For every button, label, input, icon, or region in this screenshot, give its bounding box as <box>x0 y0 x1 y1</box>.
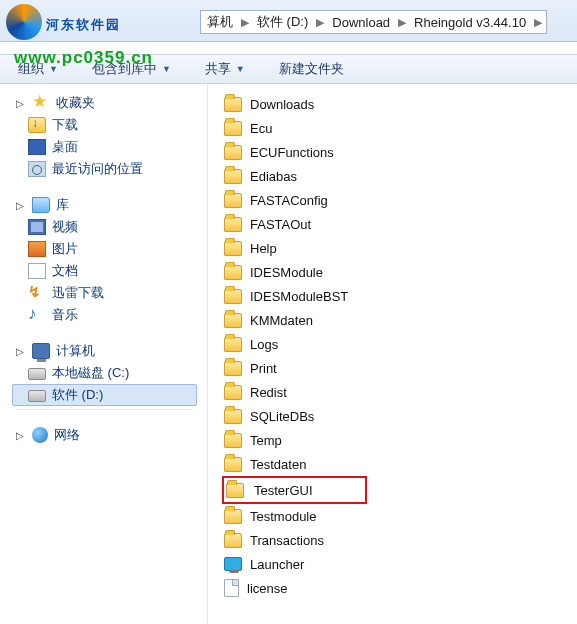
file-item[interactable]: SQLiteDBs <box>224 404 577 428</box>
file-item[interactable]: Help <box>224 236 577 260</box>
folder-icon <box>224 385 242 400</box>
toolbar: 组织▼ 包含到库中▼ 共享▼ 新建文件夹 <box>0 54 577 84</box>
folder-icon <box>224 409 242 424</box>
file-name: Testmodule <box>250 509 316 524</box>
network-icon <box>32 427 48 443</box>
breadcrumb[interactable]: 算机 ▶ 软件 (D:) ▶ Download ▶ Rheingold v3.4… <box>200 10 547 34</box>
file-name: FASTAOut <box>250 217 311 232</box>
sidebar-item-label: 软件 (D:) <box>52 386 103 404</box>
file-item[interactable]: FASTAOut <box>224 212 577 236</box>
file-name: IDESModule <box>250 265 323 280</box>
collapse-icon: ▷ <box>14 346 26 357</box>
pictures-icon <box>28 241 46 257</box>
file-name: SQLiteDBs <box>250 409 314 424</box>
music-icon: ♪ <box>28 307 46 323</box>
sidebar-computer[interactable]: ▷ 计算机 <box>12 340 207 362</box>
file-name: Ediabas <box>250 169 297 184</box>
file-name: IDESModuleBST <box>250 289 348 304</box>
chevron-right-icon[interactable]: ▶ <box>310 16 330 29</box>
library-icon <box>32 197 50 213</box>
file-name: TesterGUI <box>254 483 313 498</box>
file-item[interactable]: ECUFunctions <box>224 140 577 164</box>
desktop-icon <box>28 139 46 155</box>
file-item[interactable]: Ecu <box>224 116 577 140</box>
folder-icon <box>224 533 242 548</box>
include-label: 包含到库中 <box>92 60 157 78</box>
computer-icon <box>32 343 50 359</box>
recent-icon <box>28 161 46 177</box>
file-item[interactable]: Ediabas <box>224 164 577 188</box>
file-name: Downloads <box>250 97 314 112</box>
sidebar-item-drive-d[interactable]: 软件 (D:) <box>12 384 197 406</box>
breadcrumb-root-fragment[interactable]: 算机 <box>205 13 235 31</box>
file-item[interactable]: Launcher <box>224 552 577 576</box>
file-name: Temp <box>250 433 282 448</box>
collapse-icon: ▷ <box>14 200 26 211</box>
breadcrumb-item[interactable]: Download <box>330 15 392 30</box>
file-item[interactable]: TesterGUI <box>222 476 367 504</box>
folder-icon <box>224 169 242 184</box>
star-icon: ★ <box>32 95 50 111</box>
folder-icon <box>226 483 244 498</box>
sidebar-libraries[interactable]: ▷ 库 <box>12 194 207 216</box>
chevron-down-icon: ▼ <box>162 64 171 74</box>
drive-d-icon <box>28 390 46 402</box>
sidebar-item-label: 视频 <box>52 218 78 236</box>
breadcrumb-item[interactable]: Rheingold v3.44.10 <box>412 15 528 30</box>
sidebar-favorites[interactable]: ▷ ★ 收藏夹 <box>12 92 207 114</box>
sidebar-item-music[interactable]: ♪音乐 <box>12 304 207 326</box>
chevron-down-icon: ▼ <box>49 64 58 74</box>
titlebar-area: 河东软件园 算机 ▶ 软件 (D:) ▶ Download ▶ Rheingol… <box>0 0 577 42</box>
folder-icon <box>224 361 242 376</box>
file-item[interactable]: IDESModule <box>224 260 577 284</box>
chevron-right-icon[interactable]: ▶ <box>528 16 548 29</box>
file-item[interactable]: KMMdaten <box>224 308 577 332</box>
file-item[interactable]: license <box>224 576 577 600</box>
folder-icon <box>224 217 242 232</box>
chevron-down-icon: ▼ <box>236 64 245 74</box>
new-folder-button[interactable]: 新建文件夹 <box>279 60 344 78</box>
sidebar-item-desktop[interactable]: 桌面 <box>12 136 207 158</box>
include-in-library-button[interactable]: 包含到库中▼ <box>92 60 171 78</box>
file-item[interactable]: Logs <box>224 332 577 356</box>
file-item[interactable]: Temp <box>224 428 577 452</box>
folder-icon <box>224 433 242 448</box>
folder-icon <box>224 265 242 280</box>
file-name: FASTAConfig <box>250 193 328 208</box>
sidebar-item-video[interactable]: 视频 <box>12 216 207 238</box>
organize-button[interactable]: 组织▼ <box>18 60 58 78</box>
breadcrumb-item[interactable]: 软件 (D:) <box>255 13 310 31</box>
sidebar-item-pictures[interactable]: 图片 <box>12 238 207 260</box>
sidebar-item-downloads[interactable]: 下载 <box>12 114 207 136</box>
sidebar-item-thunder[interactable]: ↯迅雷下载 <box>12 282 207 304</box>
documents-icon <box>28 263 46 279</box>
sidebar-item-label: 本地磁盘 (C:) <box>52 364 129 382</box>
sidebar-item-drive-c[interactable]: 本地磁盘 (C:) <box>12 362 207 384</box>
file-item[interactable]: Downloads <box>224 92 577 116</box>
chevron-right-icon[interactable]: ▶ <box>235 16 255 29</box>
sidebar-network[interactable]: ▷ 网络 <box>12 424 207 446</box>
sidebar-item-documents[interactable]: 文档 <box>12 260 207 282</box>
file-item[interactable]: Transactions <box>224 528 577 552</box>
file-item[interactable]: Testmodule <box>224 504 577 528</box>
file-item[interactable]: Print <box>224 356 577 380</box>
file-name: Ecu <box>250 121 272 136</box>
folder-icon <box>224 289 242 304</box>
chevron-right-icon[interactable]: ▶ <box>392 16 412 29</box>
share-button[interactable]: 共享▼ <box>205 60 245 78</box>
sidebar-item-label: 迅雷下载 <box>52 284 104 302</box>
separator <box>16 409 191 410</box>
file-item[interactable]: IDESModuleBST <box>224 284 577 308</box>
collapse-icon: ▷ <box>14 430 26 441</box>
file-item[interactable]: Testdaten <box>224 452 577 476</box>
sidebar-item-label: 桌面 <box>52 138 78 156</box>
file-item[interactable]: Redist <box>224 380 577 404</box>
navigation-sidebar: ▷ ★ 收藏夹 下载 桌面 最近访问的位置 ▷ 库 视频 图片 文档 ↯迅雷下载… <box>0 84 208 624</box>
folder-icon <box>224 145 242 160</box>
launcher-icon <box>224 557 242 571</box>
file-item[interactable]: FASTAConfig <box>224 188 577 212</box>
thunder-icon: ↯ <box>28 285 46 301</box>
folder-icon <box>224 121 242 136</box>
share-label: 共享 <box>205 60 231 78</box>
sidebar-item-recent[interactable]: 最近访问的位置 <box>12 158 207 180</box>
